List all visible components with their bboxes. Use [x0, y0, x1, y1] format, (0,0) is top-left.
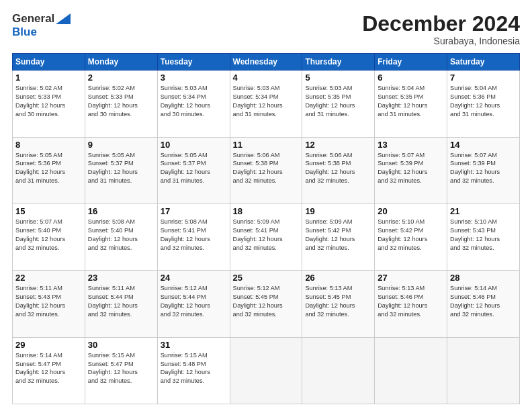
day-info: Sunrise: 5:08 AM Sunset: 5:40 PM Dayligh… — [88, 218, 154, 253]
day-number: 17 — [161, 206, 227, 216]
header-thursday: Thursday — [302, 54, 375, 71]
day-number: 27 — [378, 273, 444, 283]
calendar-cell: 13Sunrise: 5:07 AM Sunset: 5:39 PM Dayli… — [375, 137, 447, 203]
logo: General Blue — [12, 12, 71, 39]
day-number: 25 — [233, 273, 300, 283]
day-info: Sunrise: 5:03 AM Sunset: 5:35 PM Dayligh… — [305, 84, 371, 119]
day-info: Sunrise: 5:13 AM Sunset: 5:45 PM Dayligh… — [305, 284, 371, 319]
calendar-header-row: Sunday Monday Tuesday Wednesday Thursday… — [13, 54, 520, 71]
calendar-week-2: 8Sunrise: 5:05 AM Sunset: 5:36 PM Daylig… — [13, 137, 520, 203]
calendar-week-3: 15Sunrise: 5:07 AM Sunset: 5:40 PM Dayli… — [13, 203, 520, 270]
day-number: 14 — [450, 140, 517, 150]
calendar-cell: 5Sunrise: 5:03 AM Sunset: 5:35 PM Daylig… — [302, 71, 375, 137]
calendar-subtitle: Surabaya, Indonesia — [362, 36, 520, 46]
calendar-page: General Blue December 2024 Surabaya, Ind… — [0, 0, 532, 411]
day-info: Sunrise: 5:07 AM Sunset: 5:39 PM Dayligh… — [450, 151, 517, 186]
calendar-cell: 26Sunrise: 5:13 AM Sunset: 5:45 PM Dayli… — [302, 271, 375, 337]
day-number: 31 — [161, 340, 227, 350]
day-number: 4 — [233, 73, 300, 83]
day-info: Sunrise: 5:13 AM Sunset: 5:46 PM Dayligh… — [378, 284, 444, 319]
day-number: 29 — [15, 340, 82, 350]
header-monday: Monday — [85, 54, 157, 71]
calendar-cell: 10Sunrise: 5:05 AM Sunset: 5:37 PM Dayli… — [157, 137, 230, 203]
day-number: 28 — [450, 273, 517, 283]
calendar-week-5: 29Sunrise: 5:14 AM Sunset: 5:47 PM Dayli… — [13, 337, 520, 404]
day-number: 26 — [305, 273, 371, 283]
day-number: 21 — [450, 206, 517, 216]
calendar-title: December 2024 — [362, 12, 520, 36]
day-number: 24 — [161, 273, 227, 283]
day-number: 5 — [305, 73, 371, 83]
day-info: Sunrise: 5:02 AM Sunset: 5:33 PM Dayligh… — [88, 84, 154, 119]
day-info: Sunrise: 5:07 AM Sunset: 5:40 PM Dayligh… — [15, 218, 82, 253]
calendar-cell: 12Sunrise: 5:06 AM Sunset: 5:38 PM Dayli… — [302, 137, 375, 203]
day-info: Sunrise: 5:11 AM Sunset: 5:44 PM Dayligh… — [88, 284, 154, 319]
calendar-cell: 3Sunrise: 5:03 AM Sunset: 5:34 PM Daylig… — [157, 71, 230, 137]
day-number: 20 — [378, 206, 444, 216]
day-info: Sunrise: 5:09 AM Sunset: 5:42 PM Dayligh… — [305, 218, 371, 253]
logo-icon — [56, 13, 71, 24]
calendar-cell: 4Sunrise: 5:03 AM Sunset: 5:34 PM Daylig… — [230, 71, 302, 137]
day-info: Sunrise: 5:03 AM Sunset: 5:34 PM Dayligh… — [233, 84, 300, 119]
calendar-cell — [447, 337, 520, 404]
header-tuesday: Tuesday — [157, 54, 230, 71]
calendar-cell: 31Sunrise: 5:15 AM Sunset: 5:48 PM Dayli… — [157, 337, 230, 404]
calendar-cell: 30Sunrise: 5:15 AM Sunset: 5:47 PM Dayli… — [85, 337, 157, 404]
calendar-cell: 24Sunrise: 5:12 AM Sunset: 5:44 PM Dayli… — [157, 271, 230, 337]
calendar-cell: 15Sunrise: 5:07 AM Sunset: 5:40 PM Dayli… — [13, 203, 85, 270]
header-sunday: Sunday — [13, 54, 85, 71]
calendar-cell: 6Sunrise: 5:04 AM Sunset: 5:35 PM Daylig… — [375, 71, 447, 137]
day-number: 30 — [88, 340, 154, 350]
day-info: Sunrise: 5:15 AM Sunset: 5:48 PM Dayligh… — [161, 351, 227, 386]
day-number: 16 — [88, 206, 154, 216]
title-block: December 2024 Surabaya, Indonesia — [362, 12, 520, 46]
calendar-cell: 22Sunrise: 5:11 AM Sunset: 5:43 PM Dayli… — [13, 271, 85, 337]
calendar-cell: 14Sunrise: 5:07 AM Sunset: 5:39 PM Dayli… — [447, 137, 520, 203]
logo-blue-text: Blue — [12, 26, 37, 39]
day-number: 6 — [378, 73, 444, 83]
calendar-cell — [375, 337, 447, 404]
calendar-cell: 21Sunrise: 5:10 AM Sunset: 5:43 PM Dayli… — [447, 203, 520, 270]
calendar-cell: 8Sunrise: 5:05 AM Sunset: 5:36 PM Daylig… — [13, 137, 85, 203]
calendar-cell: 20Sunrise: 5:10 AM Sunset: 5:42 PM Dayli… — [375, 203, 447, 270]
logo-general-text: General — [12, 12, 54, 26]
day-info: Sunrise: 5:12 AM Sunset: 5:44 PM Dayligh… — [161, 284, 227, 319]
calendar-cell: 17Sunrise: 5:08 AM Sunset: 5:41 PM Dayli… — [157, 203, 230, 270]
calendar-week-1: 1Sunrise: 5:02 AM Sunset: 5:33 PM Daylig… — [13, 71, 520, 137]
day-info: Sunrise: 5:06 AM Sunset: 5:38 PM Dayligh… — [305, 151, 371, 186]
day-number: 1 — [15, 73, 82, 83]
day-info: Sunrise: 5:02 AM Sunset: 5:33 PM Dayligh… — [15, 84, 82, 119]
calendar-week-4: 22Sunrise: 5:11 AM Sunset: 5:43 PM Dayli… — [13, 271, 520, 337]
calendar-cell: 7Sunrise: 5:04 AM Sunset: 5:36 PM Daylig… — [447, 71, 520, 137]
calendar-cell: 29Sunrise: 5:14 AM Sunset: 5:47 PM Dayli… — [13, 337, 85, 404]
day-info: Sunrise: 5:03 AM Sunset: 5:34 PM Dayligh… — [161, 84, 227, 119]
day-number: 11 — [233, 140, 300, 150]
day-info: Sunrise: 5:06 AM Sunset: 5:38 PM Dayligh… — [233, 151, 300, 186]
day-info: Sunrise: 5:11 AM Sunset: 5:43 PM Dayligh… — [15, 284, 82, 319]
day-info: Sunrise: 5:05 AM Sunset: 5:37 PM Dayligh… — [161, 151, 227, 186]
day-info: Sunrise: 5:08 AM Sunset: 5:41 PM Dayligh… — [161, 218, 227, 253]
day-info: Sunrise: 5:07 AM Sunset: 5:39 PM Dayligh… — [378, 151, 444, 186]
day-number: 7 — [450, 73, 517, 83]
calendar-cell — [230, 337, 302, 404]
calendar-cell: 16Sunrise: 5:08 AM Sunset: 5:40 PM Dayli… — [85, 203, 157, 270]
day-number: 9 — [88, 140, 154, 150]
calendar-cell: 27Sunrise: 5:13 AM Sunset: 5:46 PM Dayli… — [375, 271, 447, 337]
day-number: 18 — [233, 206, 300, 216]
day-number: 3 — [161, 73, 227, 83]
day-number: 13 — [378, 140, 444, 150]
calendar-cell: 25Sunrise: 5:12 AM Sunset: 5:45 PM Dayli… — [230, 271, 302, 337]
calendar-cell — [302, 337, 375, 404]
header-friday: Friday — [375, 54, 447, 71]
day-number: 12 — [305, 140, 371, 150]
day-info: Sunrise: 5:15 AM Sunset: 5:47 PM Dayligh… — [88, 351, 154, 386]
day-number: 8 — [15, 140, 82, 150]
calendar-cell: 28Sunrise: 5:14 AM Sunset: 5:46 PM Dayli… — [447, 271, 520, 337]
calendar-cell: 11Sunrise: 5:06 AM Sunset: 5:38 PM Dayli… — [230, 137, 302, 203]
calendar-cell: 18Sunrise: 5:09 AM Sunset: 5:41 PM Dayli… — [230, 203, 302, 270]
day-number: 10 — [161, 140, 227, 150]
day-info: Sunrise: 5:14 AM Sunset: 5:46 PM Dayligh… — [450, 284, 517, 319]
day-info: Sunrise: 5:12 AM Sunset: 5:45 PM Dayligh… — [233, 284, 300, 319]
day-info: Sunrise: 5:04 AM Sunset: 5:36 PM Dayligh… — [450, 84, 517, 119]
day-number: 22 — [15, 273, 82, 283]
